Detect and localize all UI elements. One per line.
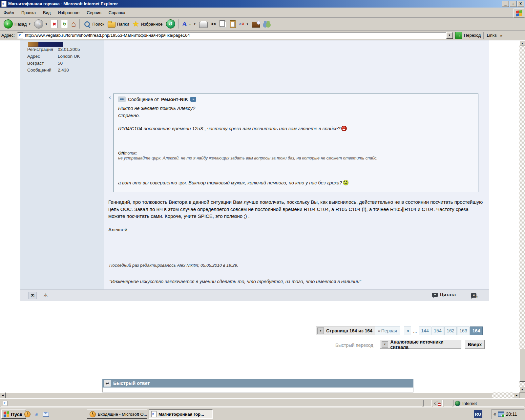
page-icon: [18, 32, 23, 38]
quick-jump-label: Быстрый переход: [335, 343, 373, 348]
page-info-dropdown[interactable]: ▼ Страница 164 из 164: [316, 326, 376, 335]
scroll-right-button[interactable]: ▶: [514, 392, 519, 398]
page-link[interactable]: 144: [419, 326, 431, 335]
scroll-left-button[interactable]: ◀: [0, 392, 6, 398]
first-page-button[interactable]: « Первая: [375, 326, 400, 335]
vertical-scrollbar[interactable]: ▲ ▼: [519, 40, 525, 392]
url-input[interactable]: http://www.vegalab.ru/forum/showthread.p…: [17, 32, 453, 39]
fonts-dropdown-icon[interactable]: ▼: [193, 23, 196, 26]
current-page-badge: 164: [470, 326, 483, 335]
dictionary-button[interactable]: [250, 18, 262, 30]
page-link[interactable]: 154: [431, 326, 444, 335]
close-button[interactable]: X: [517, 1, 524, 7]
menu-help[interactable]: Справка: [105, 10, 129, 15]
vertical-scroll-thumb[interactable]: [519, 349, 525, 382]
email-button[interactable]: ✉: [28, 292, 37, 299]
start-button[interactable]: Пуск: [1, 410, 26, 419]
system-tray: « 20:11: [492, 409, 524, 419]
prev-page-button[interactable]: ◀: [404, 326, 411, 335]
report-button[interactable]: ⚠: [41, 292, 50, 299]
task-button-inbox[interactable]: Входящие - Microsoft O...: [87, 410, 147, 419]
refresh-button[interactable]: ↻: [59, 18, 70, 30]
history-button[interactable]: ↺: [164, 18, 177, 30]
scroll-up-button[interactable]: ▲: [519, 40, 525, 46]
translate-dropdown-icon[interactable]: ▼: [246, 23, 249, 26]
go-button[interactable]: → Переход: [455, 32, 481, 39]
first-page-label: Первая: [381, 328, 397, 333]
language-indicator[interactable]: RU: [474, 410, 482, 418]
quote-block: ‹ ““ Сообщение от Ремонт-NIK » Никто не …: [113, 94, 478, 192]
cut-button[interactable]: ✂: [209, 18, 218, 30]
search-button[interactable]: Поиск: [82, 18, 106, 30]
outlook-express-icon: [43, 412, 49, 417]
page-info-text: Страница 164 из 164: [326, 328, 372, 333]
offtopic-label: Offтопик:: [118, 150, 137, 156]
links-label[interactable]: Links: [487, 33, 496, 38]
multi-quote-button[interactable]: “ +: [471, 292, 478, 299]
quote-icon: ““: [118, 96, 126, 102]
url-dropdown-button[interactable]: ▼: [446, 32, 453, 39]
user-field-label: Регистрация: [27, 47, 53, 52]
minimize-button[interactable]: _: [502, 1, 509, 7]
stop-button[interactable]: ✖: [49, 18, 59, 30]
page-link[interactable]: 162: [444, 326, 457, 335]
search-label: Поиск: [93, 22, 104, 27]
url-text: http://www.vegalab.ru/forum/showthread.p…: [25, 33, 190, 38]
forum-jump-dropdown[interactable]: ▼ Аналоговые источники сигнала: [380, 340, 461, 349]
menu-edit[interactable]: Правка: [18, 10, 39, 15]
horizontal-scroll-thumb[interactable]: [6, 392, 492, 398]
translate-button[interactable]: аЯ▼: [238, 18, 250, 30]
fonts-button[interactable]: A ↔ ▼: [181, 18, 198, 30]
back-dropdown-icon[interactable]: ▼: [28, 23, 31, 26]
page-link[interactable]: 163: [457, 326, 470, 335]
windows-update-tray-icon[interactable]: [498, 411, 504, 417]
favorites-button[interactable]: ★ Избранное: [131, 18, 164, 30]
refresh-icon: ↻: [61, 20, 68, 28]
quicklaunch-outlook[interactable]: [24, 411, 31, 417]
search-icon: [84, 21, 90, 27]
clock: 20:11: [506, 411, 517, 417]
horizontal-scrollbar[interactable]: ◀ ▶: [0, 392, 519, 398]
ie-e-icon: e: [35, 411, 38, 418]
page-info-arrow-icon: ▼: [317, 327, 324, 334]
menu-favorites[interactable]: Избранное: [54, 10, 83, 15]
messenger-button[interactable]: [262, 18, 273, 30]
folders-label: Папки: [117, 22, 129, 27]
back-button[interactable]: ← Назад ▼: [2, 18, 32, 30]
paste-button[interactable]: [228, 18, 238, 30]
quick-reply-header[interactable]: ↩ Быстрый ответ: [102, 379, 413, 388]
tray-collapse-chevron[interactable]: «: [494, 411, 496, 417]
folders-button[interactable]: Папки: [106, 18, 131, 30]
prev-arrow-icon: ◀: [407, 329, 409, 332]
scroll-down-button[interactable]: ▼: [519, 387, 525, 392]
quote-author: Ремонт-NIK: [161, 97, 188, 102]
forum-jump-arrow-icon: ▼: [382, 341, 388, 348]
quicklaunch-outlook-express[interactable]: [43, 411, 49, 417]
ie-browser-window: Магнитофонная горячка - Microsoft Intern…: [0, 0, 525, 420]
forward-dropdown-icon[interactable]: ▼: [45, 23, 48, 26]
back-label: Назад: [14, 22, 27, 27]
quick-reply-editor[interactable]: [102, 388, 413, 392]
menu-view[interactable]: Вид: [39, 10, 54, 15]
home-button[interactable]: ⌂: [70, 18, 78, 30]
print-button[interactable]: [198, 18, 209, 30]
task-button-thread[interactable]: Магнитофонная гор...: [149, 410, 213, 419]
privacy-report-panel[interactable]: [433, 400, 443, 407]
status-panel: [444, 400, 452, 407]
quicklaunch-ie[interactable]: e: [33, 411, 40, 417]
copy-button[interactable]: [218, 18, 228, 30]
browser-viewport: Регистрация 03.01.2005 Адрес London UK В…: [0, 40, 519, 392]
forward-button[interactable]: → ▼: [32, 18, 49, 30]
offtopic-text: не устраивайте цирк, Алексей, не то я на…: [118, 156, 378, 160]
outlook-clock-icon: [90, 411, 96, 417]
restore-button[interactable]: ❐: [510, 1, 516, 7]
scroll-top-button[interactable]: Вверх: [465, 340, 485, 349]
reply-quote-button[interactable]: “ Цитата: [432, 292, 456, 297]
home-icon: ⌂: [71, 19, 76, 29]
view-post-button[interactable]: »: [190, 97, 196, 102]
links-chevron-icon[interactable]: »: [500, 33, 502, 38]
user-signature-banner-image: [28, 42, 63, 47]
menu-file[interactable]: Файл: [0, 10, 18, 15]
zone-label: Internet: [462, 401, 477, 406]
menu-tools[interactable]: Сервис: [83, 10, 105, 15]
